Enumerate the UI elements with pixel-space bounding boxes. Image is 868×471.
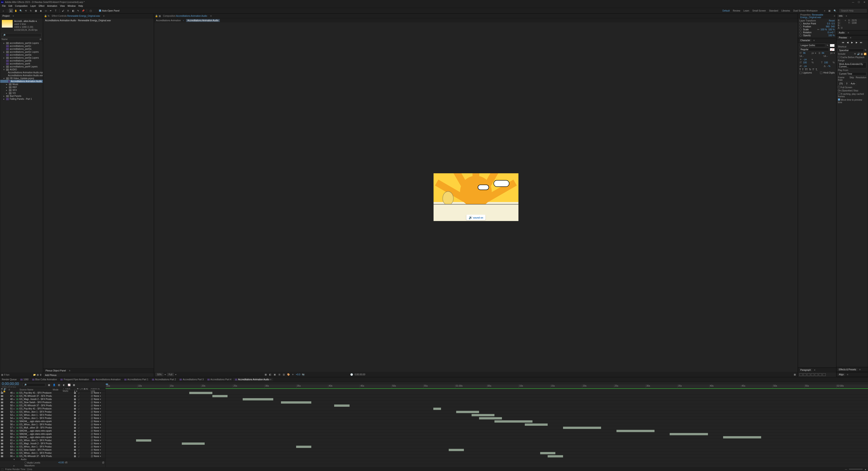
- timeline-tab[interactable]: Frequent Flyer Animation: [59, 378, 91, 381]
- layer-row[interactable]: 64▸ES_Slow Swish - SFX Producer.mp3/@ No…: [0, 448, 105, 451]
- lock-icon[interactable]: 🔒: [155, 15, 158, 17]
- text-transform-button[interactable]: T: [799, 68, 801, 71]
- timeline-tab[interactable]: Blue Collar Animation: [30, 378, 59, 381]
- timeline-tab[interactable]: Render Queue: [0, 378, 19, 381]
- stopwatch-icon[interactable]: [799, 29, 802, 31]
- name-column[interactable]: Name: [2, 38, 8, 40]
- layer-row[interactable]: 52▸ES_Whoo...ition 1 - SFX Producer.mp3/…: [0, 410, 105, 413]
- timeline-clip[interactable]: [472, 414, 494, 416]
- zoom-out-icon[interactable]: —: [845, 468, 847, 471]
- autoopen-checkbox[interactable]: [99, 9, 101, 12]
- layer-row[interactable]: 56▸ES_Whoo...ition 1 - SFX Producer.mp3/…: [0, 423, 105, 426]
- timeline-clip[interactable]: [334, 404, 349, 407]
- search-icon[interactable]: 🔍: [834, 9, 836, 12]
- frame-blend-icon[interactable]: ▧: [57, 383, 61, 387]
- exposure-value[interactable]: +0.0: [296, 373, 301, 376]
- project-item[interactable]: ▸Falling Panels - Part 1: [0, 98, 43, 100]
- layer-property-row[interactable]: Audio Levels+0.00 dB@: [0, 461, 105, 464]
- shy-icon[interactable]: 👤: [52, 383, 56, 387]
- movetime-checkbox[interactable]: [838, 98, 840, 101]
- workspace-review[interactable]: Review: [733, 9, 740, 12]
- snap-toggle[interactable]: ▢: [89, 9, 93, 13]
- workspace-default[interactable]: Default: [722, 9, 730, 12]
- time-icon[interactable]: 🕐: [350, 373, 353, 376]
- audio-toggle-icon[interactable]: [1, 411, 3, 413]
- text-transform-button[interactable]: TT: [805, 68, 808, 71]
- eraser-tool[interactable]: ◧: [71, 9, 75, 13]
- layer-row[interactable]: 50▸ES_PE-Whoosh 37 - SFX Producer.mp3/@ …: [0, 404, 105, 407]
- close-button[interactable]: ✕: [864, 1, 865, 3]
- grid-icon[interactable]: ⊞: [278, 373, 281, 376]
- project-item[interactable]: ▸accreditations_part2c Layers: [0, 51, 43, 54]
- audio-toggle-icon[interactable]: [1, 392, 3, 394]
- audio-toggle-icon[interactable]: [1, 417, 3, 419]
- align-right-icon[interactable]: [807, 373, 810, 376]
- menu-layer[interactable]: Layer: [29, 5, 37, 7]
- roto-tool[interactable]: ✎: [76, 9, 80, 13]
- menu-view[interactable]: View: [59, 5, 66, 7]
- layer-row[interactable]: 59▸584244_...agic-stars-retro-sparkle.wa…: [0, 433, 105, 436]
- current-time[interactable]: 0;00;00;00: [354, 373, 365, 376]
- layer-row[interactable]: 58▸584244_...agic-stars-retro-sparkle.wa…: [0, 429, 105, 433]
- workspace-learn[interactable]: Learn: [743, 9, 749, 12]
- project-item[interactable]: ▸REF: [0, 86, 43, 89]
- layer-property-row[interactable]: ▸Waveform: [0, 464, 105, 467]
- project-item[interactable]: ▾AUDIO: [0, 68, 43, 71]
- align-tab[interactable]: Align: [837, 373, 845, 376]
- audio-toggle-icon[interactable]: [1, 414, 3, 416]
- zoom-in-icon[interactable]: ▲: [864, 468, 867, 471]
- nav-current[interactable]: Accreditations Animation Audio: [186, 19, 220, 22]
- zoom-tool[interactable]: 🔍: [19, 9, 23, 13]
- magnification-dropdown[interactable]: 50%: [156, 373, 163, 376]
- time-ruler[interactable]: 05s10s15s20s25s30s35s40s45s50s55s01:00s0…: [106, 384, 868, 388]
- brush-tool[interactable]: 🖌: [61, 9, 65, 13]
- audio-toggle-icon[interactable]: [1, 456, 3, 457]
- fx-panel-menu[interactable]: ≡: [103, 15, 104, 17]
- timeline-clip[interactable]: [189, 392, 212, 394]
- timeline-clip[interactable]: [433, 408, 441, 410]
- justify-center-icon[interactable]: [815, 373, 818, 376]
- timeline-clip[interactable]: [494, 420, 532, 423]
- audio-toggle-icon[interactable]: [1, 427, 3, 429]
- timeline-tab[interactable]: Accreditations Part 3: [178, 378, 205, 381]
- timeline-tab[interactable]: 1080: [19, 378, 30, 381]
- layer-row[interactable]: 55▸584244_...agic-stars-retro-sparkle.wa…: [0, 420, 105, 423]
- project-item[interactable]: ▸accreditations_part4 Layers: [0, 65, 43, 68]
- workspace-dual-screen-workspace[interactable]: Dual Screen Workspace: [793, 9, 818, 12]
- text-transform-button[interactable]: T: [802, 68, 804, 71]
- stopwatch-icon[interactable]: [799, 31, 802, 34]
- justify-left-icon[interactable]: [811, 373, 814, 376]
- first-frame-button[interactable]: ⏮: [841, 41, 845, 44]
- timeline-tab[interactable]: Accreditations Animation Audio ≡: [233, 378, 273, 381]
- timeline-clip[interactable]: [449, 449, 464, 451]
- project-item[interactable]: ▸Music: [0, 83, 43, 86]
- last-frame-button[interactable]: ⏭: [860, 41, 863, 44]
- exposure-reset-icon[interactable]: ☀: [291, 373, 294, 376]
- interpret-icon[interactable]: ▦: [1, 373, 3, 376]
- prev-frame-button[interactable]: ◀: [846, 41, 849, 44]
- layer-row[interactable]: 63▸ES_Whoo...ition 1 - SFX Producer.mp3/…: [0, 445, 105, 448]
- menu-file[interactable]: File: [1, 5, 7, 7]
- work-area-bar[interactable]: [105, 388, 868, 389]
- layer-row[interactable]: 48▸ES_Magi...hoosh 2 - SFX Producer.mp3/…: [0, 398, 105, 401]
- character-tab[interactable]: Character: [799, 39, 812, 42]
- timeline-clip[interactable]: [540, 452, 555, 454]
- guides-icon[interactable]: ▥: [282, 373, 285, 376]
- project-item[interactable]: ▸SFX: [0, 89, 43, 92]
- viewer-panel-menu[interactable]: ≡: [210, 15, 212, 17]
- reset-preview-icon[interactable]: ↻: [865, 48, 866, 52]
- project-search[interactable]: [2, 33, 41, 37]
- draft3d-icon[interactable]: ▦: [72, 383, 76, 387]
- layer-row[interactable]: 61▸ES_Whoo...ition 1 - SFX Producer.mp3/…: [0, 439, 105, 442]
- timecode[interactable]: 0;00;00;00: [0, 382, 21, 386]
- hindi-checkbox[interactable]: [820, 72, 822, 74]
- project-item[interactable]: accreditations_part3b: [0, 59, 43, 62]
- mask-icon[interactable]: ◧: [269, 373, 272, 376]
- region-icon[interactable]: ▣: [273, 373, 276, 376]
- project-item[interactable]: Accreditations Animation Audio.wav: [0, 74, 43, 77]
- audio-toggle-icon[interactable]: [1, 452, 3, 454]
- project-item[interactable]: accreditations_part4: [0, 62, 43, 65]
- timeline-clip[interactable]: [136, 439, 151, 442]
- home-button[interactable]: ⌂: [1, 9, 5, 13]
- menu-edit[interactable]: Edit: [7, 5, 13, 7]
